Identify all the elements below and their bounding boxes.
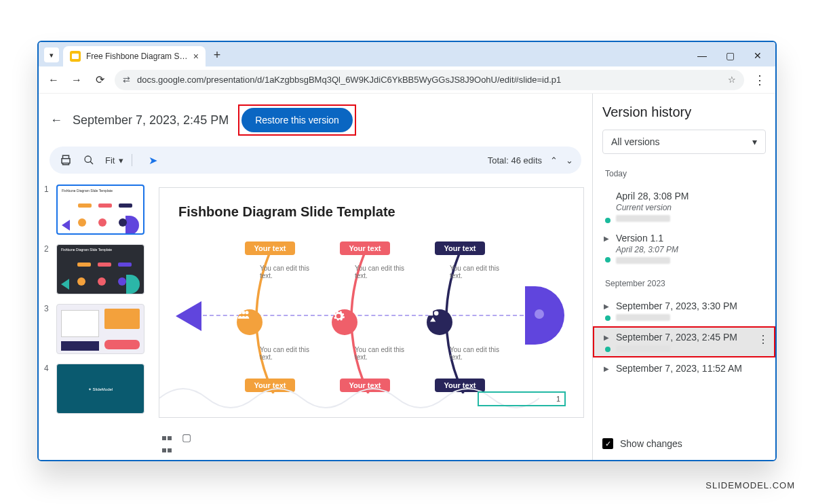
version-subtitle: April 28, 3:07 PM: [616, 245, 766, 254]
bone-hint: You can edit this text.: [260, 346, 318, 361]
svg-point-0: [85, 156, 91, 162]
fishbone-diagram: Your text You can edit this text. You ca…: [178, 237, 564, 393]
pointer-tool-icon[interactable]: ➤: [144, 152, 161, 168]
restore-highlight-box: Restore this version: [238, 104, 356, 136]
chevron-down-icon: ▾: [119, 155, 123, 166]
tab-title: Free Fishbone Diagram Slide Te: [86, 52, 188, 61]
svg-point-2: [239, 311, 242, 314]
version-item-selected[interactable]: ▶September 7, 2023, 2:45 PM ⋮: [593, 326, 775, 357]
chrome-menu-icon[interactable]: ⋮: [751, 73, 769, 88]
version-header: ← September 7, 2023, 2:45 PM Restore thi…: [39, 94, 592, 142]
slides-favicon: [70, 51, 81, 62]
svg-line-1: [90, 161, 93, 164]
fish-head-shape: [525, 286, 564, 345]
print-icon[interactable]: [58, 152, 74, 168]
group-label-september: September 2023: [605, 279, 775, 288]
version-name: September 7, 2023, 2:45 PM: [616, 332, 737, 343]
thumb-number: 4: [44, 364, 51, 414]
group-label-today: Today: [605, 169, 775, 178]
page-number-box: 1: [478, 391, 566, 406]
thumb-row: 1 Fishbone Diagram Slide Template: [44, 185, 145, 235]
expand-arrow-icon[interactable]: ▶: [604, 334, 610, 341]
zoom-tool-icon[interactable]: [81, 152, 97, 168]
slide-thumbnail[interactable]: ✦ SlideModel: [56, 364, 144, 414]
new-tab-button[interactable]: +: [208, 46, 226, 64]
bone-hint: You can edit this text.: [450, 346, 508, 361]
restore-version-button[interactable]: Restore this version: [241, 108, 353, 132]
bone-cap: Your text: [435, 241, 485, 255]
editor-content: 1 Fishbone Diagram Slide Template: [39, 174, 592, 460]
thumb-row: 2 Fishbone Diagram Slide Template: [44, 244, 145, 294]
version-item[interactable]: ▶September 7, 2023, 3:30 PM: [593, 295, 775, 326]
sidebar-footer: ✓ Show changes: [602, 431, 766, 449]
version-name: April 28, 3:08 PM: [616, 191, 689, 201]
author-blurred: [616, 215, 670, 222]
next-edit-icon[interactable]: ⌄: [566, 155, 573, 166]
close-tab-icon[interactable]: ×: [193, 51, 199, 62]
browser-tab[interactable]: Free Fishbone Diagram Slide Te ×: [63, 46, 206, 66]
dropdown-label: All versions: [611, 136, 660, 147]
version-subtitle: Current version: [616, 203, 766, 212]
edits-info: Total: 46 edits ⌃ ⌄: [488, 155, 573, 166]
expand-arrow-icon[interactable]: ▶: [604, 365, 610, 372]
maximize-icon[interactable]: ▢: [726, 50, 735, 61]
thumb-number: 1: [44, 185, 51, 235]
forward-button[interactable]: →: [69, 72, 85, 88]
thumb-number: 2: [44, 244, 51, 294]
address-bar[interactable]: ⇄ docs.google.com/presentation/d/1aKzgbb…: [115, 70, 744, 90]
url-text: docs.google.com/presentation/d/1aKzgbbsg…: [137, 75, 721, 85]
slide-thumbnail[interactable]: Fishbone Diagram Slide Template: [56, 185, 144, 235]
svg-point-6: [434, 311, 439, 316]
sidebar-title: Version history: [602, 104, 766, 120]
shapes-icon: [427, 309, 452, 335]
bone-hint: You can edit this text.: [355, 346, 413, 361]
version-item[interactable]: ▶September 7, 2023, 11:52 AM: [593, 357, 775, 379]
edit-indicator-dot: [605, 315, 610, 321]
browser-window: ▾ Free Fishbone Diagram Slide Te × + — ▢…: [37, 41, 777, 461]
address-row: ← → ⟳ ⇄ docs.google.com/presentation/d/1…: [39, 66, 775, 94]
slide-thumbnail[interactable]: [56, 304, 144, 354]
fish-eye-shape: [535, 309, 544, 319]
watermark: SLIDEMODEL.COM: [705, 480, 795, 490]
slide-title: Fishbone Diagram Slide Template: [178, 204, 564, 220]
author-blurred: [616, 314, 670, 321]
version-name: Version 1.1: [616, 233, 663, 244]
version-more-icon[interactable]: ⋮: [758, 333, 769, 346]
fish-tail-shape: [176, 301, 201, 331]
version-item[interactable]: ▶Version 1.1 April 28, 3:07 PM: [593, 227, 775, 269]
back-button[interactable]: ←: [45, 72, 62, 88]
author-blurred: [616, 345, 670, 352]
grid-view-icon[interactable]: [161, 431, 172, 442]
bookmark-star-icon[interactable]: ☆: [728, 75, 736, 85]
minimize-icon[interactable]: —: [697, 50, 707, 61]
exit-history-button[interactable]: ←: [50, 113, 63, 127]
version-history-sidebar: Version history All versions ▾ Today Apr…: [592, 94, 775, 460]
bone-hint: You can edit this text.: [355, 265, 413, 279]
version-date-title: September 7, 2023, 2:45 PM: [73, 113, 229, 128]
tab-search-button[interactable]: ▾: [44, 47, 59, 62]
main-pane: ← September 7, 2023, 2:45 PM Restore thi…: [39, 94, 592, 460]
edit-indicator-dot: [605, 347, 610, 352]
version-name: September 7, 2023, 11:52 AM: [616, 363, 742, 374]
presenter-view-icon[interactable]: ▢: [182, 431, 191, 444]
versions-filter-dropdown[interactable]: All versions ▾: [602, 130, 766, 154]
svg-rect-5: [429, 311, 433, 316]
close-window-icon[interactable]: ✕: [754, 50, 762, 61]
version-item[interactable]: April 28, 3:08 PM Current version: [593, 185, 775, 227]
expand-arrow-icon[interactable]: ▶: [604, 303, 610, 310]
site-settings-icon[interactable]: ⇄: [123, 75, 130, 85]
svg-point-4: [246, 311, 249, 314]
bone-cap: Your text: [245, 241, 295, 255]
filmstrip[interactable]: 1 Fishbone Diagram Slide Template: [39, 174, 151, 460]
reload-button[interactable]: ⟳: [92, 72, 108, 88]
slide-canvas[interactable]: Fishbone Diagram Slide Template Your tex…: [159, 187, 584, 418]
zoom-dropdown[interactable]: Fit ▾: [104, 151, 138, 169]
expand-arrow-icon[interactable]: ▶: [604, 235, 610, 242]
show-changes-checkbox[interactable]: ✓: [602, 438, 613, 449]
slide-thumbnail[interactable]: Fishbone Diagram Slide Template: [56, 244, 144, 294]
thumb-number: 3: [44, 304, 51, 354]
version-list[interactable]: Today April 28, 3:08 PM Current version …: [593, 165, 775, 431]
svg-point-3: [242, 311, 246, 314]
prev-edit-icon[interactable]: ⌃: [550, 155, 558, 166]
toolbar: Fit ▾ ➤ Total: 46 edits ⌃ ⌄: [50, 147, 581, 174]
